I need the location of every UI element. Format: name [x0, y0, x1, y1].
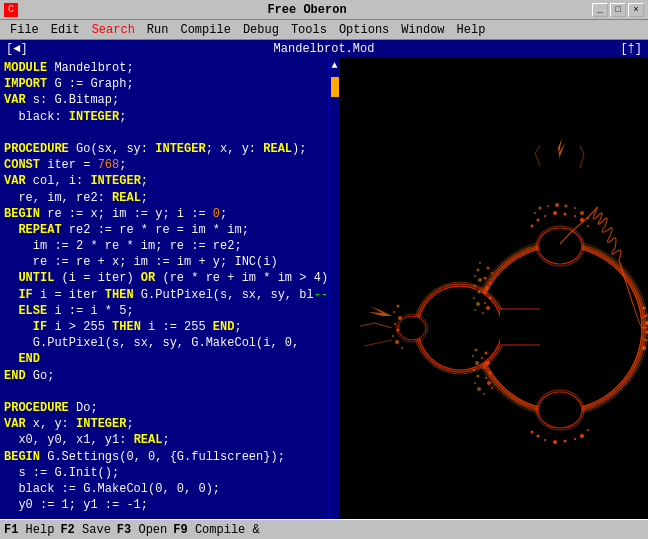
code-line: PROCEDURE Do; [4, 400, 336, 416]
svg-point-75 [587, 217, 589, 219]
menu-tools[interactable]: Tools [285, 21, 333, 39]
scroll-up-arrow[interactable]: ▲ [331, 58, 337, 73]
code-line: VAR x, y: INTEGER; [4, 416, 336, 432]
svg-point-82 [587, 429, 589, 431]
svg-point-46 [478, 278, 482, 282]
f2-key[interactable]: F2 [60, 523, 74, 537]
svg-point-24 [484, 302, 486, 304]
svg-rect-10 [500, 344, 540, 346]
svg-point-15 [398, 316, 426, 340]
svg-point-71 [555, 203, 559, 207]
tab-left-button[interactable]: [◄] [2, 42, 32, 56]
svg-point-13 [538, 392, 582, 428]
svg-point-27 [485, 352, 488, 355]
status-f9: F9 Compile & [173, 523, 259, 537]
code-line: VAR s: G.Bitmap; [4, 92, 336, 108]
menu-debug[interactable]: Debug [237, 21, 285, 39]
svg-point-59 [483, 393, 485, 395]
f9-label: Compile & [195, 523, 260, 537]
svg-point-67 [531, 225, 534, 228]
status-f3: F3 Open [117, 523, 167, 537]
code-line: IF i > 255 THEN i := 255 END; [4, 319, 336, 335]
scrollbar[interactable]: ▲ [328, 58, 340, 519]
svg-point-54 [475, 361, 479, 365]
menu-options[interactable]: Options [333, 21, 395, 39]
f2-label: Save [82, 523, 111, 537]
code-line: black := G.MakeCol(0, 0, 0); [4, 481, 336, 497]
svg-point-52 [475, 349, 478, 352]
svg-point-72 [565, 205, 568, 208]
f1-key[interactable]: F1 [4, 523, 18, 537]
svg-point-35 [397, 305, 400, 308]
menu-bar: File Edit Search Run Compile Debug Tools… [0, 20, 648, 40]
svg-point-55 [473, 369, 475, 371]
svg-point-66 [587, 225, 589, 227]
f3-label: Open [138, 523, 167, 537]
code-line: REPEAT re2 := re * re = im * im; [4, 222, 336, 238]
svg-point-11 [538, 228, 582, 264]
code-line [4, 125, 336, 141]
minimize-button[interactable]: _ [592, 3, 608, 17]
svg-point-44 [477, 269, 480, 272]
f1-label: Help [26, 523, 55, 537]
maximize-button[interactable]: □ [610, 3, 626, 17]
menu-run[interactable]: Run [141, 21, 175, 39]
svg-point-64 [574, 215, 576, 217]
svg-point-33 [487, 381, 491, 385]
svg-point-43 [479, 262, 481, 264]
f3-key[interactable]: F3 [117, 523, 131, 537]
menu-search[interactable]: Search [86, 21, 141, 39]
close-button[interactable]: × [628, 3, 644, 17]
svg-point-49 [473, 297, 475, 299]
svg-point-69 [539, 207, 542, 210]
svg-point-80 [574, 438, 576, 440]
svg-point-39 [397, 329, 400, 332]
svg-point-74 [580, 211, 584, 215]
svg-point-76 [537, 435, 540, 438]
scroll-thumb[interactable] [331, 77, 339, 97]
tab-title: Mandelbrot.Mod [32, 42, 617, 56]
code-editor[interactable]: MODULE Mandelbrot; IMPORT G := Graph; VA… [0, 58, 340, 519]
menu-compile[interactable]: Compile [174, 21, 236, 39]
status-f2: F2 Save [60, 523, 110, 537]
svg-point-65 [580, 218, 584, 222]
svg-point-60 [537, 219, 540, 222]
svg-point-77 [544, 439, 546, 441]
tab-bar: [◄] Mandelbrot.Mod [†] [0, 40, 648, 58]
tab-right-button[interactable]: [†] [616, 42, 646, 56]
svg-point-89 [642, 346, 646, 350]
code-line: re, im, re2: REAL; [4, 190, 336, 206]
svg-point-25 [486, 306, 490, 310]
menu-help[interactable]: Help [451, 21, 492, 39]
svg-point-28 [481, 357, 483, 359]
svg-point-40 [392, 335, 394, 337]
svg-point-26 [482, 312, 484, 314]
app-icon: C [4, 3, 18, 17]
code-line: black: INTEGER; [4, 109, 336, 125]
title-bar: C Free Oberon _ □ × [0, 0, 648, 20]
svg-point-36 [393, 311, 395, 313]
svg-point-84 [643, 307, 646, 310]
svg-point-41 [395, 340, 399, 344]
mandelbrot-svg [340, 58, 648, 519]
code-line [4, 384, 336, 400]
code-line: s := G.Init(); [4, 465, 336, 481]
status-f1: F1 Help [4, 523, 54, 537]
svg-point-37 [398, 316, 402, 320]
menu-edit[interactable]: Edit [45, 21, 86, 39]
code-line: ELSE i := i * 5; [4, 303, 336, 319]
svg-point-23 [489, 297, 492, 300]
menu-file[interactable]: File [4, 21, 45, 39]
svg-point-50 [476, 302, 480, 306]
code-line: IF i = iter THEN G.PutPixel(s, sx, sy, b… [4, 287, 336, 303]
code-line: BEGIN re := x; im := y; i := 0; [4, 206, 336, 222]
svg-point-88 [645, 339, 647, 341]
svg-point-19 [484, 277, 487, 280]
menu-window[interactable]: Window [395, 21, 450, 39]
f9-key[interactable]: F9 [173, 523, 187, 537]
svg-point-32 [485, 377, 487, 379]
code-line: im := 2 * re * im; re := re2; [4, 238, 336, 254]
svg-point-61 [544, 215, 546, 217]
svg-point-34 [491, 387, 493, 389]
svg-point-79 [564, 440, 567, 443]
